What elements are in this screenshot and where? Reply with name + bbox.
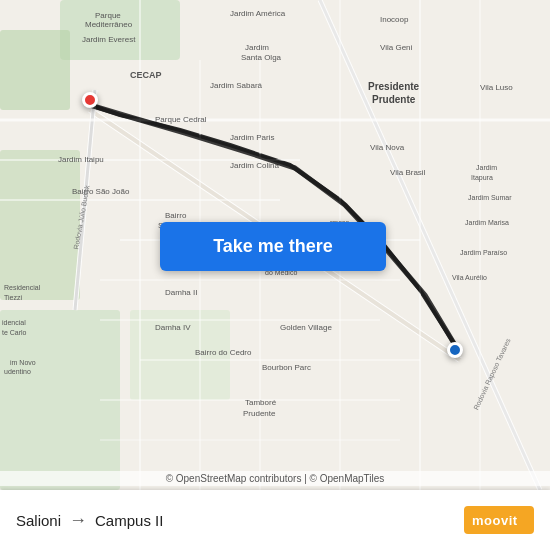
svg-rect-1 xyxy=(60,0,180,60)
svg-text:Parque: Parque xyxy=(95,11,121,20)
arrow-icon: → xyxy=(69,510,87,531)
svg-rect-2 xyxy=(0,30,70,110)
svg-text:Jardim América: Jardim América xyxy=(230,9,286,18)
svg-text:Jardim: Jardim xyxy=(476,164,497,171)
svg-text:Itapura: Itapura xyxy=(471,174,493,182)
map-container: Parque Mediterrâneo Jardim Everest Jardi… xyxy=(0,0,550,490)
svg-text:Mediterrâneo: Mediterrâneo xyxy=(85,20,133,29)
svg-text:Damha II: Damha II xyxy=(165,288,197,297)
svg-text:Residencial: Residencial xyxy=(4,284,41,291)
svg-text:im Novo: im Novo xyxy=(10,359,36,366)
svg-text:moovit: moovit xyxy=(472,513,518,528)
svg-text:Bairro São João: Bairro São João xyxy=(72,187,130,196)
svg-text:Vila Geni: Vila Geni xyxy=(380,43,413,52)
svg-text:Bourbon Parc: Bourbon Parc xyxy=(262,363,311,372)
svg-text:Tiezzi: Tiezzi xyxy=(4,294,22,301)
svg-text:Jardim: Jardim xyxy=(245,43,269,52)
svg-text:udentino: udentino xyxy=(4,368,31,375)
svg-text:Parque Cedral: Parque Cedral xyxy=(155,115,207,124)
svg-text:Vila Brasil: Vila Brasil xyxy=(390,168,426,177)
take-me-there-button[interactable]: Take me there xyxy=(160,222,386,271)
to-label: Campus II xyxy=(95,512,163,529)
svg-text:Jardim Marisa: Jardim Marisa xyxy=(465,219,509,226)
svg-text:Prudente: Prudente xyxy=(243,409,276,418)
svg-text:CECAP: CECAP xyxy=(130,70,162,80)
map-attribution: © OpenStreetMap contributors | © OpenMap… xyxy=(0,471,550,486)
svg-text:Prudente: Prudente xyxy=(372,94,416,105)
svg-text:Inocoop: Inocoop xyxy=(380,15,409,24)
moovit-logo: moovit xyxy=(464,506,534,534)
svg-text:Vila Luso: Vila Luso xyxy=(480,83,513,92)
svg-text:Golden Village: Golden Village xyxy=(280,323,332,332)
svg-text:Vila Aurélio: Vila Aurélio xyxy=(452,274,487,281)
svg-text:te Carlo: te Carlo xyxy=(2,329,27,336)
svg-text:Presidente: Presidente xyxy=(368,81,420,92)
moovit-logo-image: moovit xyxy=(464,506,534,534)
svg-text:Tamboré: Tamboré xyxy=(245,398,277,407)
svg-text:Jardim Paris: Jardim Paris xyxy=(230,133,274,142)
svg-text:Damha IV: Damha IV xyxy=(155,323,191,332)
svg-text:Bairro do Cedro: Bairro do Cedro xyxy=(195,348,252,357)
svg-rect-3 xyxy=(0,150,80,300)
svg-text:Jardim Sabará: Jardim Sabará xyxy=(210,81,263,90)
svg-text:Jardim Everest: Jardim Everest xyxy=(82,35,136,44)
svg-text:Jardim Sumar: Jardim Sumar xyxy=(468,194,512,201)
route-labels: Salioni → Campus II xyxy=(16,510,464,531)
svg-text:Santa Olga: Santa Olga xyxy=(241,53,282,62)
svg-text:idencial: idencial xyxy=(2,319,26,326)
svg-text:Jardim Itaipu: Jardim Itaipu xyxy=(58,155,104,164)
svg-text:Jardim Paraíso: Jardim Paraíso xyxy=(460,249,507,256)
origin-pin xyxy=(82,92,98,108)
destination-pin xyxy=(447,342,463,358)
svg-text:Bairro: Bairro xyxy=(165,211,187,220)
svg-text:Vila Nova: Vila Nova xyxy=(370,143,405,152)
bottom-bar: Salioni → Campus II moovit xyxy=(0,490,550,550)
from-label: Salioni xyxy=(16,512,61,529)
